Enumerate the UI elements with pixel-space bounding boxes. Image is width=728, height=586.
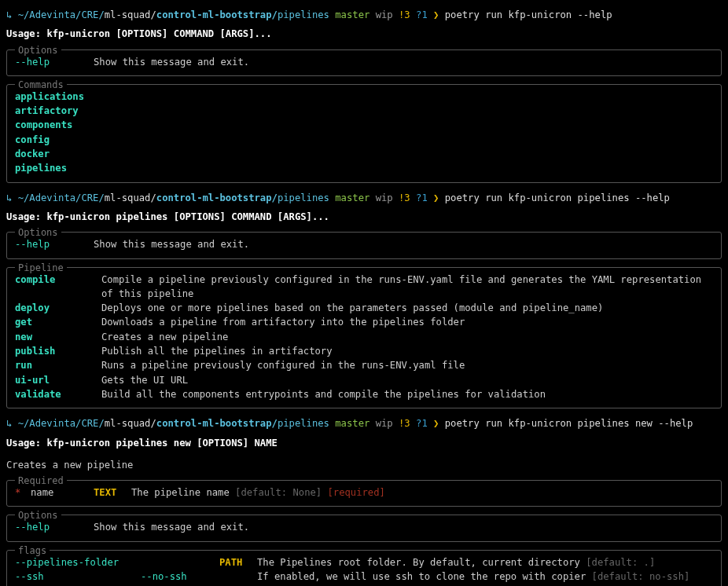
option-row: --help Show this message and exit.: [15, 55, 713, 69]
prompt-line-3: ↳ ~/Adevinta/CRE/ml-squad/control-ml-boo…: [6, 416, 722, 430]
arrow-icon: ↳: [6, 9, 12, 20]
arg-type: TEXT: [94, 485, 131, 500]
git-untracked: ?1: [416, 9, 428, 20]
flag-row: --pipelines-folder PATH The Pipelines ro…: [15, 555, 713, 570]
usage-line-3: Usage: kfp-unicron pipelines new [OPTION…: [6, 436, 722, 450]
arrow-icon: ↳: [6, 192, 12, 203]
options-legend: Options: [15, 43, 61, 57]
command-input-1[interactable]: poetry run kfp-unicron --help: [445, 9, 612, 20]
path-leaf: pipelines: [278, 9, 329, 20]
path-repo: control-ml-bootstrap/: [156, 9, 278, 20]
options-box-2: Options --help Show this message and exi…: [6, 232, 722, 258]
pipeline-item: runRuns a pipeline previously configured…: [15, 358, 713, 372]
required-box: Required * name TEXT The pipeline name […: [6, 480, 722, 507]
required-row: * name TEXT The pipeline name [default: …: [15, 485, 713, 500]
command-item: pipelines: [15, 161, 713, 175]
arrow-icon: ↳: [6, 418, 12, 429]
git-wip: wip: [376, 9, 393, 20]
commands-box-1: Commands applications artifactory compon…: [6, 84, 722, 183]
option-row: --help Show this message and exit.: [15, 237, 713, 251]
options-box-3: Options --help Show this message and exi…: [6, 515, 722, 541]
pipeline-box: Pipeline compileCompile a pipeline previ…: [6, 267, 722, 409]
pipeline-item: compileCompile a pipeline previously con…: [15, 273, 713, 302]
command-item: components: [15, 118, 713, 132]
pipeline-legend: Pipeline: [15, 261, 67, 275]
prompt-line-2: ↳ ~/Adevinta/CRE/ml-squad/control-ml-boo…: [6, 191, 722, 205]
pipeline-item: newCreates a new pipeline: [15, 330, 713, 344]
flag-type: PATH: [219, 555, 257, 570]
command-item: applications: [15, 90, 713, 104]
path-home: ~/Adevinta/CRE/: [18, 9, 105, 20]
prompt-chevron-icon: ❯: [433, 9, 439, 20]
commands-legend: Commands: [15, 78, 67, 92]
option-desc: Show this message and exit.: [94, 55, 249, 69]
prompt-line-1: ↳ ~/Adevinta/CRE/ml-squad/control-ml-boo…: [6, 8, 722, 22]
required-legend: Required: [15, 474, 67, 488]
flag-desc: The Pipelines root folder. By default, c…: [257, 555, 655, 570]
command-item: config: [15, 133, 713, 147]
git-branch: master: [335, 9, 370, 20]
command-item: artifactory: [15, 104, 713, 118]
pipeline-item: validateBuild all the components entrypo…: [15, 387, 713, 401]
option-row: --help Show this message and exit.: [15, 520, 713, 534]
options-box-1: Options --help Show this message and exi…: [6, 49, 722, 76]
command-input-2[interactable]: poetry run kfp-unicron pipelines --help: [445, 192, 670, 203]
flag-row: --ssh --no-ssh If enabled, we will use s…: [15, 570, 713, 584]
flags-legend: flags: [15, 544, 50, 558]
prompt-chevron-icon: ❯: [433, 192, 439, 203]
pipeline-item: ui-urlGets the UI URL: [15, 373, 713, 387]
flags-box: flags --pipelines-folder PATH The Pipeli…: [6, 550, 722, 586]
arg-desc: The pipeline name [default: None] [requi…: [131, 485, 385, 500]
pipeline-item: deployDeploys one or more pipelines base…: [15, 301, 713, 315]
prompt-chevron-icon: ❯: [433, 418, 439, 429]
usage-line-2: Usage: kfp-unicron pipelines [OPTIONS] C…: [6, 210, 722, 224]
command-item: docker: [15, 147, 713, 161]
command-input-3[interactable]: poetry run kfp-unicron pipelines new --h…: [445, 418, 693, 429]
pipeline-item: getDownloads a pipeline from artifactory…: [15, 315, 713, 329]
command-description: Creates a new pipeline: [6, 458, 722, 472]
path-mid: ml-squad/: [105, 9, 156, 20]
pipeline-item: publishPublish all the pipelines in arti…: [15, 344, 713, 358]
usage-line-1: Usage: kfp-unicron [OPTIONS] COMMAND [AR…: [6, 27, 722, 41]
git-unstaged: !3: [399, 9, 410, 20]
